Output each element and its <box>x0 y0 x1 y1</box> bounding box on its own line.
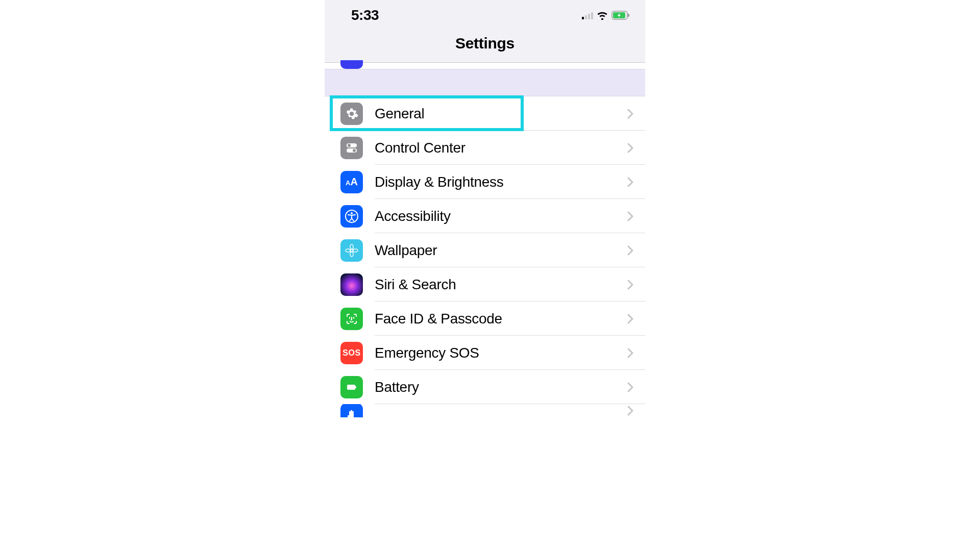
chevron-right-icon <box>625 406 636 416</box>
svg-point-8 <box>351 212 353 214</box>
svg-point-4 <box>348 144 351 147</box>
phone-frame: 5:33 <box>325 0 645 551</box>
face-id-icon <box>340 308 363 330</box>
row-label: General <box>375 106 625 122</box>
sos-icon-text: SOS <box>342 348 360 358</box>
status-bar: 5:33 <box>325 7 645 23</box>
row-label: Display & Brightness <box>375 174 625 190</box>
row-label: Control Center <box>375 140 625 156</box>
hand-icon <box>340 404 363 417</box>
settings-list: General Control Center AA <box>325 96 645 417</box>
gear-icon <box>340 103 363 125</box>
svg-point-6 <box>353 149 356 152</box>
settings-row-privacy[interactable] <box>325 404 645 417</box>
settings-row-accessibility[interactable]: Accessibility <box>325 199 645 233</box>
settings-row-sos[interactable]: SOS Emergency SOS <box>325 336 645 370</box>
settings-row-battery[interactable]: Battery <box>325 370 645 404</box>
cellular-icon <box>582 11 593 19</box>
flower-icon <box>340 239 363 262</box>
page-title: Settings <box>325 35 645 52</box>
row-label: Siri & Search <box>375 277 625 293</box>
settings-row-siri[interactable]: Siri & Search <box>325 267 645 302</box>
chevron-right-icon <box>625 245 636 256</box>
group-separator <box>325 69 645 96</box>
chevron-right-icon <box>625 382 636 392</box>
chevron-right-icon <box>625 143 636 153</box>
row-label: Wallpaper <box>375 242 625 259</box>
sos-icon: SOS <box>340 342 363 364</box>
chevron-right-icon <box>625 211 636 221</box>
chevron-right-icon <box>625 109 636 119</box>
settings-row-general[interactable]: General <box>325 96 645 131</box>
svg-rect-14 <box>347 385 355 390</box>
row-label: Face ID & Passcode <box>375 311 625 327</box>
status-indicators <box>582 11 631 20</box>
settings-row-faceid[interactable]: Face ID & Passcode <box>325 302 645 336</box>
battery-icon <box>340 376 363 398</box>
row-label: Battery <box>375 379 625 395</box>
previous-group-peek <box>325 63 645 69</box>
header: 5:33 <box>325 0 645 63</box>
settings-row-control-center[interactable]: Control Center <box>325 131 645 165</box>
status-time: 5:33 <box>351 7 379 23</box>
chevron-right-icon <box>625 177 636 187</box>
battery-charging-icon <box>611 11 631 20</box>
row-label: Emergency SOS <box>375 345 625 361</box>
row-label: Accessibility <box>375 208 625 224</box>
accessibility-icon <box>340 205 363 228</box>
chevron-right-icon <box>625 280 636 290</box>
settings-row-display[interactable]: AA Display & Brightness <box>325 165 645 199</box>
siri-icon <box>340 273 363 296</box>
svg-rect-2 <box>628 14 629 17</box>
chevron-right-icon <box>625 314 636 324</box>
svg-rect-15 <box>355 386 356 388</box>
switches-icon <box>340 137 363 159</box>
settings-row-wallpaper[interactable]: Wallpaper <box>325 233 645 267</box>
wifi-icon <box>596 11 608 20</box>
aa-icon: AA <box>340 171 363 193</box>
chevron-right-icon <box>625 348 636 358</box>
